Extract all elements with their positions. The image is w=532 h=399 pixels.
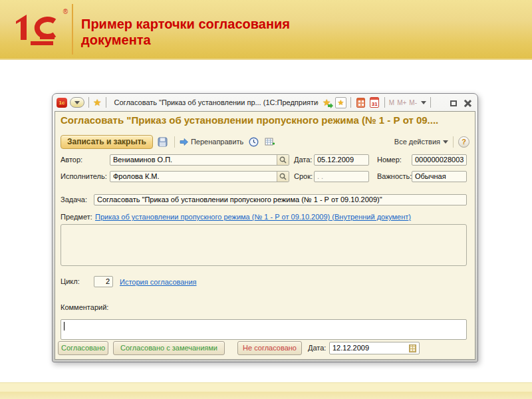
clock-icon[interactable] [247, 136, 260, 148]
1c-logo-icon: ® [11, 7, 68, 51]
lookup-magnifier-icon[interactable] [277, 172, 289, 182]
window-titlebar: 1с ★ Согласовать "Приказ об установлении… [53, 94, 477, 111]
header-divider [72, 4, 73, 55]
close-button[interactable] [462, 98, 472, 107]
approved-button[interactable]: Согласовано [58, 341, 108, 355]
importance-label: Важность: [377, 171, 412, 182]
arrow-right-icon [180, 138, 188, 146]
form-body: Согласовать "Приказ об установлении проп… [55, 111, 475, 360]
slide-header: ® Пример карточки согласования документа [0, 0, 532, 60]
description-area[interactable] [61, 224, 467, 266]
executor-label: Исполнитель: [61, 171, 107, 182]
app-1c-icon[interactable]: 1с [57, 98, 67, 108]
footer-date-input[interactable]: 12.12.2009 [329, 342, 420, 354]
memory-mminus-button[interactable]: M- [409, 99, 417, 106]
calculator-icon[interactable] [355, 97, 366, 108]
importance-input[interactable]: Обычная [412, 171, 467, 182]
favorites-star-icon[interactable]: ★ [93, 98, 102, 107]
comment-input[interactable] [61, 319, 467, 340]
footer-date-label: Дата: [308, 342, 326, 354]
toolbar-overflow-chevron-icon[interactable] [421, 101, 426, 104]
date-input[interactable]: 05.12.2009 [314, 154, 369, 166]
subject-document-link[interactable]: Приказ об установлении пропускного режим… [95, 211, 411, 223]
number-input[interactable]: 000000028003 [412, 154, 467, 166]
author-label: Автор: [61, 154, 82, 166]
save-icon[interactable] [156, 136, 170, 148]
app-window: 1с ★ Согласовать "Приказ об установлении… [52, 93, 478, 362]
add-table-icon[interactable] [263, 136, 277, 148]
approved-with-remarks-button[interactable]: Согласовано с замечаниями [113, 341, 225, 355]
presentation-slide: ® Пример карточки согласования документа… [0, 0, 532, 399]
memory-mplus-button[interactable]: M+ [397, 99, 406, 106]
chevron-down-icon [74, 101, 80, 104]
calendar-icon[interactable]: 31 [369, 97, 380, 108]
executor-input[interactable]: Фролова К.М. [110, 171, 289, 182]
number-label: Номер: [377, 154, 402, 166]
form-title: Согласовать "Приказ об установлении проп… [61, 114, 469, 126]
help-button[interactable]: ? [458, 136, 469, 148]
logo-registered-mark: ® [63, 8, 68, 15]
window-title: Согласовать "Приказ об установлении пр..… [110, 98, 319, 106]
task-input[interactable]: Согласовать "Приказ об установлении проп… [94, 194, 467, 205]
cycle-input[interactable]: 2 [94, 276, 113, 287]
calendar-picker-icon[interactable] [407, 343, 418, 353]
author-input[interactable]: Вениаминов О.П. [110, 154, 289, 166]
footer-band-light [0, 382, 532, 392]
cycle-label: Цикл: [61, 276, 80, 287]
save-and-close-button[interactable]: Записать и закрыть [61, 135, 153, 149]
text-cursor [64, 322, 65, 331]
system-menu-button[interactable] [70, 97, 84, 108]
not-approved-button[interactable]: Не согласовано [237, 341, 302, 355]
slide-title-line2: документа [81, 32, 290, 48]
subject-label: Предмет: [61, 211, 92, 223]
slide-title-line1: Пример карточки согласования [81, 16, 290, 32]
date-label: Дата: [294, 154, 312, 166]
task-label: Задача: [61, 194, 87, 205]
slide-title: Пример карточки согласования документа [81, 16, 290, 48]
due-input[interactable]: . . [314, 171, 369, 182]
chevron-down-icon [443, 140, 448, 144]
approval-history-link[interactable]: История согласования [120, 277, 197, 288]
all-actions-button[interactable]: Все действия [394, 138, 448, 146]
form-toolbar: Записать и закрыть Перенаправить [61, 134, 469, 150]
lookup-magnifier-icon[interactable] [277, 155, 289, 165]
due-label: Срок: [294, 171, 313, 182]
redirect-button[interactable]: Перенаправить [180, 138, 243, 146]
footer-band-dark [0, 392, 532, 399]
comment-label: Комментарий: [61, 302, 108, 313]
maximize-button[interactable] [448, 98, 459, 106]
memory-m-button[interactable]: M [389, 99, 394, 106]
add-to-favorites-icon[interactable]: ★ [321, 97, 332, 108]
favorites-list-icon[interactable]: ★ [335, 97, 346, 108]
